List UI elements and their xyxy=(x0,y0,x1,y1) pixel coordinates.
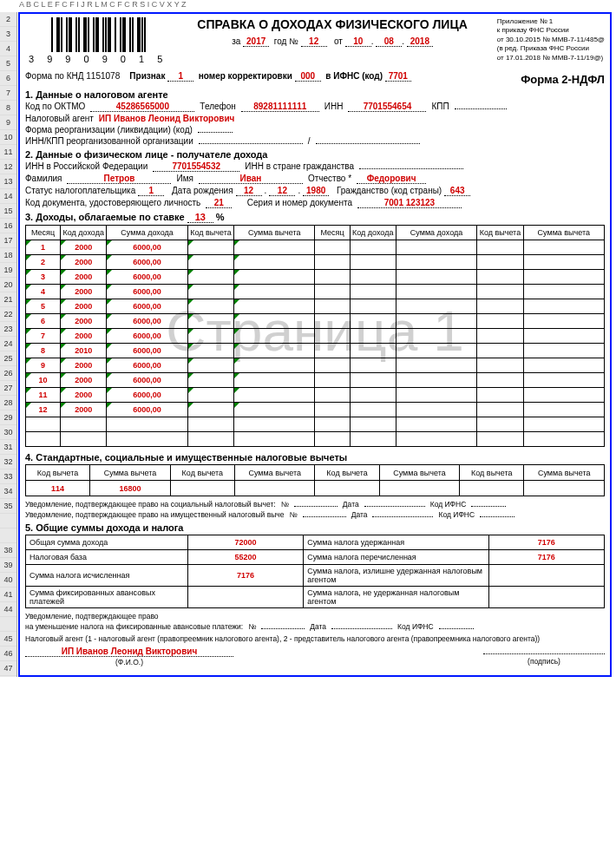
label-tax-excess: Сумма налога, излишне удержанная налогов… xyxy=(304,565,488,587)
value-name: Иван xyxy=(199,174,303,184)
label-za: за xyxy=(232,36,240,46)
value-citizen: 643 xyxy=(444,186,470,196)
label-advance: Сумма фиксированных авансовых платежей xyxy=(26,587,188,608)
value-inn: 7701554654 xyxy=(348,102,426,112)
value-inn-rf: 7701554532 xyxy=(153,161,239,172)
value-date-m: 08 xyxy=(376,36,402,47)
value-priznak: 1 xyxy=(167,71,193,82)
meta-right: Приложение № 1 к приказу ФНС России от 3… xyxy=(497,17,605,62)
form-name-label: Форма 2-НДФЛ xyxy=(521,73,605,86)
label-fam: Фамилия xyxy=(25,174,62,183)
value-inn-cn xyxy=(359,168,463,169)
form-knd: Форма по КНД 1151078 xyxy=(25,71,120,81)
value-tax-transferred: 7176 xyxy=(488,550,604,565)
label-citizen: Гражданство (код страны) xyxy=(337,186,442,195)
value-agent: ИП Иванов Леонид Викторович xyxy=(99,114,235,123)
value-ifns: 7701 xyxy=(385,71,411,82)
page-title: СПРАВКА О ДОХОДАХ ФИЗИЧЕСКОГО ЛИЦА xyxy=(167,17,496,31)
label-tax-withheld: Сумма налога удержанная xyxy=(304,535,488,550)
value-tax-notheld xyxy=(488,587,604,608)
label-dob: Дата рождения xyxy=(172,186,233,195)
value-kpp xyxy=(455,108,507,109)
value-reorg-kpp xyxy=(316,143,420,144)
label-reorg-inn: ИНН/КПП реорганизованной организации xyxy=(25,136,193,146)
value-total-income: 72000 xyxy=(187,535,303,550)
label-inn-cn: ИНН в стране гражданства xyxy=(245,161,354,171)
value-otch: Федорович xyxy=(357,174,426,184)
value-fam: Петров xyxy=(67,174,171,184)
footer-agent-text: Налоговый агент (1 - налоговый агент (пр… xyxy=(25,634,605,643)
footer-agent-name: ИП Иванов Леонид Викторович xyxy=(25,647,233,657)
footer-uved2: на уменьшение налога на фиксированные ав… xyxy=(25,622,243,631)
uved-imush: Уведомление, подтверждающее право на иму… xyxy=(25,510,285,519)
income-table: МесяцКод доходаСумма доходаКод вычетаСум… xyxy=(25,225,605,447)
value-year: 2017 xyxy=(243,36,269,47)
value-status: 1 xyxy=(138,186,164,196)
label-name: Имя xyxy=(176,174,193,183)
label-kpp: КПП xyxy=(431,102,449,111)
value-dob-y: 1980 xyxy=(303,186,329,196)
label-total-income: Общая сумма дохода xyxy=(26,535,188,550)
label-reorg: Форма реорганизации (ликвидации) (код) xyxy=(25,125,193,135)
label-inn: ИНН xyxy=(324,102,344,111)
signature-line xyxy=(483,653,605,654)
value-reorg xyxy=(198,132,233,133)
label-tel: Телефон xyxy=(200,102,235,111)
section1-title: 1. Данные о налоговом агенте xyxy=(25,89,605,100)
form-sheet: Страница 1 3 9 9 0 9 0 1 5 СПРАВКА О ДОХ… xyxy=(18,12,612,677)
value-tax-base: 55200 xyxy=(187,550,303,565)
label-otch: Отчество * xyxy=(308,174,351,183)
label-docser: Серия и номер документа xyxy=(247,198,352,207)
label-oktmo: Код по ОКТМО xyxy=(25,102,85,111)
value-date-d: 10 xyxy=(345,36,371,47)
value-korrekt: 000 xyxy=(295,71,321,82)
deduction-table: Код вычетаСумма вычетаКод вычетаСумма вы… xyxy=(25,464,605,496)
value-num: 12 xyxy=(301,36,327,47)
label-inn-rf: ИНН в Российской Федерации xyxy=(25,161,147,171)
label-status: Статус налогоплательщика xyxy=(25,186,135,195)
value-dob-d: 12 xyxy=(236,186,262,196)
barcode: 3 9 9 0 9 0 1 5 xyxy=(29,17,167,64)
column-letters: A B C L E F C F I J R L M C F C R S I C … xyxy=(19,0,187,9)
value-tel: 89281111111 xyxy=(241,102,319,112)
section3-title: 3. Доходы, облагаемые по ставке 13 % xyxy=(25,212,605,223)
footer-uved1: Уведомление, подтверждающее право xyxy=(25,612,605,620)
label-doc-code: Код документа, удостоверяющего личность xyxy=(25,198,200,207)
value-reorg-inn xyxy=(199,143,303,144)
label-ifns: в ИФНС (код) xyxy=(325,71,383,81)
value-advance xyxy=(187,587,303,608)
uved-soc: Уведомление, подтверждающее право на соц… xyxy=(25,500,276,509)
section2-title: 2. Данные о физическом лице - получателе… xyxy=(25,149,605,160)
label-ot: от xyxy=(334,36,343,46)
label-priznak: Признак xyxy=(129,71,165,81)
label-tax-base: Налоговая база xyxy=(26,550,188,565)
value-dob-m: 12 xyxy=(269,186,295,196)
value-tax-excess xyxy=(488,565,604,587)
label-god-no: год № xyxy=(274,36,298,46)
value-docser: 7001 123123 xyxy=(357,198,462,208)
label-signature: (подпись) xyxy=(528,657,560,666)
label-tax-calculated: Сумма налога исчисленная xyxy=(26,565,188,587)
label-tax-notheld: Сумма налога, не удержанная налоговым аг… xyxy=(304,587,488,608)
row-numbers: 2345678910111213141516171819202122232425… xyxy=(0,12,17,677)
value-tax-withheld: 7176 xyxy=(488,535,604,550)
barcode-digits: 3 9 9 0 9 0 1 5 xyxy=(29,54,167,64)
label-korrekt: номер корректировки xyxy=(199,71,292,81)
value-oktmo: 45286565000 xyxy=(90,102,194,112)
value-doc-code: 21 xyxy=(206,198,232,208)
label-fio: (Ф.И.О.) xyxy=(25,658,233,666)
section4-title: 4. Стандартные, социальные и имущественн… xyxy=(25,452,605,463)
label-agent: Налоговый агент xyxy=(25,114,94,123)
value-tax-calculated: 7176 xyxy=(187,565,303,587)
section5-title: 5. Общие суммы дохода и налога xyxy=(25,522,605,533)
label-tax-transferred: Сумма налога перечисленная xyxy=(304,550,488,565)
value-date-y: 2018 xyxy=(407,36,433,47)
totals-table: Общая сумма дохода 72000 Сумма налога уд… xyxy=(25,535,605,608)
